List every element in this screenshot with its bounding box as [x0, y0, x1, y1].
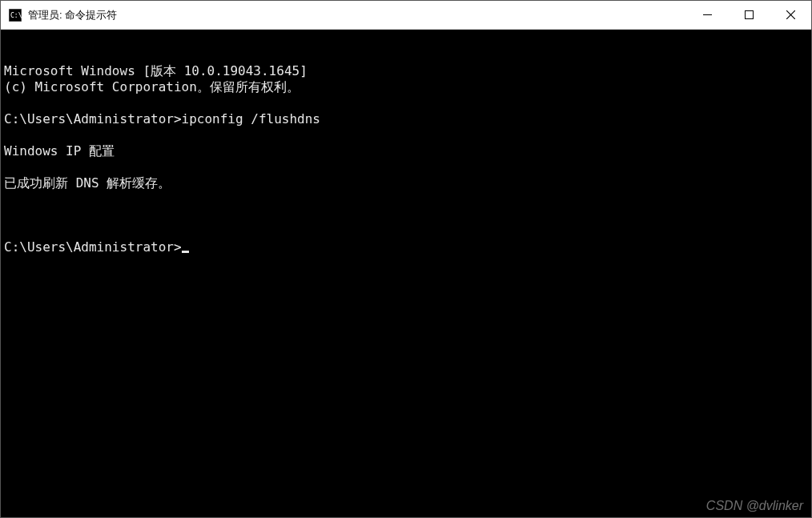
svg-text:C:\: C:\: [10, 12, 22, 19]
terminal-prompt-line: C:\Users\Administrator>: [4, 239, 808, 255]
window-title: 管理员: 命令提示符: [28, 8, 686, 22]
terminal-line: C:\Users\Administrator>ipconfig /flushdn…: [4, 111, 808, 127]
terminal-area[interactable]: Microsoft Windows [版本 10.0.19043.1645](c…: [1, 30, 811, 517]
terminal-line: Microsoft Windows [版本 10.0.19043.1645]: [4, 63, 808, 79]
terminal-prompt: C:\Users\Administrator>: [4, 239, 182, 255]
cmd-icon: C:\: [9, 9, 22, 22]
svg-rect-3: [745, 11, 753, 19]
titlebar[interactable]: C:\ 管理员: 命令提示符: [1, 1, 811, 30]
maximize-button[interactable]: [728, 1, 770, 29]
minimize-button[interactable]: [686, 1, 728, 29]
watermark: CSDN @dvlinker: [706, 498, 803, 514]
terminal-line: Windows IP 配置: [4, 143, 808, 159]
command-prompt-window: C:\ 管理员: 命令提示符 Microsoft Windows [版本 10.…: [0, 0, 812, 518]
terminal-line: 已成功刷新 DNS 解析缓存。: [4, 175, 808, 191]
cursor-icon: [182, 251, 189, 253]
terminal-output: Microsoft Windows [版本 10.0.19043.1645](c…: [4, 63, 808, 207]
terminal-line: [4, 191, 808, 207]
terminal-line: (c) Microsoft Corporation。保留所有权利。: [4, 79, 808, 95]
terminal-line: [4, 127, 808, 143]
close-button[interactable]: [770, 1, 811, 29]
terminal-line: [4, 159, 808, 175]
terminal-line: [4, 95, 808, 111]
window-controls: [686, 1, 811, 29]
